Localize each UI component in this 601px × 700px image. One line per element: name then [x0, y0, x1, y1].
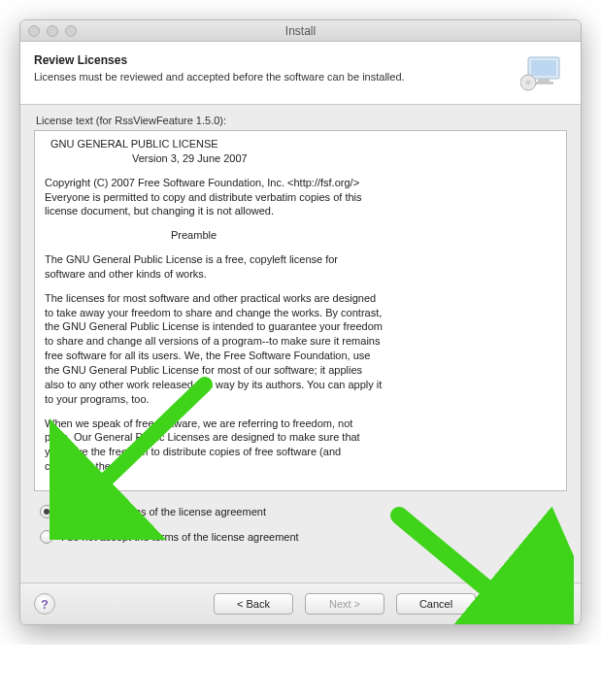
wizard-header-text: Review Licenses Licenses must be reviewe… — [34, 53, 405, 92]
next-button: Next > — [305, 593, 384, 615]
license-accept-group: I accept the terms of the license agreem… — [34, 491, 567, 579]
accept-radio[interactable]: I accept the terms of the license agreem… — [40, 505, 561, 518]
license-p3: When we speak of free software, we are r… — [45, 417, 365, 474]
install-window: Install Review Licenses Licenses must be… — [19, 19, 582, 625]
decline-radio[interactable]: I do not accept the terms of the license… — [40, 530, 561, 544]
svg-rect-1 — [531, 60, 556, 76]
wizard-subheading: Licenses must be reviewed and accepted b… — [34, 71, 405, 83]
svg-point-5 — [526, 81, 531, 85]
license-preamble-heading: Preamble — [45, 228, 556, 243]
license-text-area[interactable]: GNU GENERAL PUBLIC LICENSE Version 3, 29… — [34, 130, 567, 491]
window-controls — [20, 25, 77, 37]
radio-unselected-icon — [40, 530, 53, 544]
close-icon[interactable] — [28, 25, 40, 37]
titlebar: Install — [20, 20, 581, 42]
install-icon — [520, 53, 567, 92]
window-title: Install — [20, 24, 581, 38]
cancel-button[interactable]: Cancel — [396, 593, 476, 615]
radio-selected-icon — [40, 505, 53, 518]
minimize-icon[interactable] — [47, 25, 58, 37]
zoom-icon[interactable] — [65, 25, 77, 37]
license-p2: The licenses for most software and other… — [45, 291, 384, 407]
button-row: < Back Next > Cancel Finish — [214, 593, 567, 615]
wizard-body: License text (for RssViewFeature 1.5.0):… — [20, 105, 581, 583]
wizard-heading: Review Licenses — [34, 53, 405, 67]
help-icon: ? — [41, 597, 49, 612]
wizard-footer: ? < Back Next > Cancel Finish — [20, 583, 581, 624]
svg-rect-3 — [534, 82, 553, 84]
license-p1: The GNU General Public License is a free… — [45, 252, 365, 282]
license-label: License text (for RssViewFeature 1.5.0): — [34, 115, 567, 126]
license-title: GNU GENERAL PUBLIC LICENSE — [45, 137, 556, 151]
decline-radio-label: I do not accept the terms of the license… — [61, 531, 299, 543]
accept-radio-label: I accept the terms of the license agreem… — [61, 506, 266, 517]
wizard-header: Review Licenses Licenses must be reviewe… — [20, 42, 581, 105]
help-button[interactable]: ? — [34, 593, 55, 615]
license-copyright: Copyright (C) 2007 Free Software Foundat… — [45, 176, 365, 219]
back-button[interactable]: < Back — [214, 593, 293, 615]
finish-button[interactable]: Finish — [487, 593, 567, 615]
license-version: Version 3, 29 June 2007 — [45, 151, 556, 166]
svg-rect-2 — [538, 79, 550, 82]
